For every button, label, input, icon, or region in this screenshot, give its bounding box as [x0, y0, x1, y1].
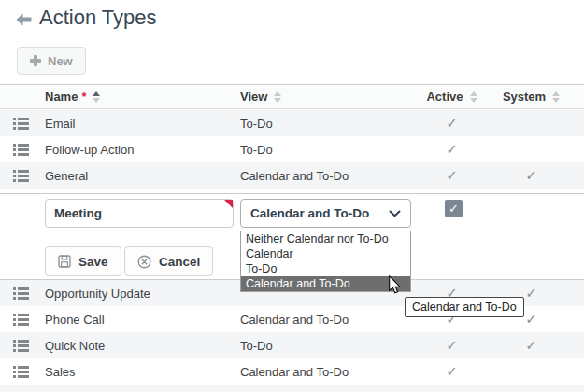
name-input[interactable]: [45, 199, 234, 228]
system-check-icon: ✓: [525, 285, 537, 301]
chevron-down-icon: [389, 210, 401, 217]
save-icon: [58, 255, 71, 268]
row-name: Email: [45, 117, 76, 131]
row-name: Opportunity Update: [45, 287, 150, 301]
dropdown-option[interactable]: Calendar: [241, 246, 410, 261]
required-corner-marker: [224, 200, 233, 208]
save-button-label: Save: [78, 255, 108, 269]
drag-handle-icon[interactable]: [13, 366, 29, 378]
system-check-icon: ✓: [525, 311, 537, 327]
back-arrow-icon[interactable]: [14, 12, 33, 27]
system-check-icon: ✓: [525, 167, 537, 183]
table-row[interactable]: Email To-Do ✓: [0, 110, 584, 136]
option-tooltip: Calendar and To-Do: [405, 297, 524, 317]
drag-handle-icon[interactable]: [13, 340, 29, 352]
active-check-icon: ✓: [446, 141, 458, 157]
view-select-value: Calendar and To-Do: [250, 206, 369, 220]
system-check-icon: ✓: [525, 337, 537, 353]
active-check-icon: ✓: [446, 363, 458, 379]
cancel-button-label: Cancel: [159, 255, 200, 269]
new-button[interactable]: New: [17, 47, 86, 75]
active-check-icon: ✓: [446, 337, 458, 353]
dropdown-option[interactable]: Calendar and To-Do: [241, 276, 410, 291]
view-select[interactable]: Calendar and To-Do: [240, 199, 411, 228]
rows-below-edit: Opportunity Update ✓ ✓ Phone Call Calend…: [0, 280, 584, 385]
drag-handle-icon[interactable]: [13, 314, 29, 326]
cancel-button[interactable]: Cancel: [124, 246, 213, 276]
column-header-system[interactable]: System: [478, 90, 584, 104]
page-title: Action Types: [39, 6, 157, 30]
row-name: Phone Call: [45, 313, 105, 327]
active-column-label: Active: [426, 90, 463, 104]
table-row[interactable]: Sales Calendar and To-Do ✓: [0, 358, 584, 385]
drag-handle-icon[interactable]: [13, 170, 29, 182]
sort-icon-system[interactable]: [552, 91, 560, 103]
row-view: Calendar and To-Do: [240, 169, 349, 183]
row-view: To-Do: [240, 339, 273, 353]
row-name: Quick Note: [45, 339, 105, 353]
row-view: To-Do: [240, 143, 273, 157]
column-header-active[interactable]: Active: [425, 90, 478, 104]
row-view: Calendar and To-Do: [240, 365, 349, 379]
view-dropdown-panel: Neither Calendar nor To-DoCalendarTo-DoC…: [240, 231, 411, 292]
active-check-icon: ✓: [446, 115, 458, 131]
column-header-name[interactable]: Name *: [41, 90, 240, 104]
column-header-view[interactable]: View: [240, 90, 425, 104]
row-view: Calendar and To-Do: [240, 313, 349, 327]
table-row[interactable]: General Calendar and To-Do ✓ ✓: [0, 162, 584, 189]
dropdown-option[interactable]: Neither Calendar nor To-Do: [241, 231, 410, 246]
cancel-icon: [137, 255, 151, 269]
table-row[interactable]: Quick Note To-Do ✓ ✓: [0, 332, 584, 358]
row-name: Follow-up Action: [45, 143, 134, 157]
new-button-label: New: [48, 54, 73, 68]
sort-icon-active[interactable]: [470, 91, 477, 103]
title-bar: Action Types: [0, 0, 584, 42]
dropdown-option[interactable]: To-Do: [241, 261, 410, 276]
next-row-strip: [0, 385, 584, 392]
row-view: To-Do: [240, 117, 273, 131]
required-asterisk: *: [81, 90, 86, 104]
system-column-label: System: [503, 90, 546, 104]
row-name: Sales: [45, 365, 76, 379]
save-button[interactable]: Save: [45, 246, 121, 276]
sort-icon-name[interactable]: [93, 91, 100, 103]
drag-handle-icon[interactable]: [13, 144, 29, 156]
drag-handle-icon[interactable]: [13, 287, 29, 300]
row-name: General: [45, 169, 88, 183]
name-column-label: Name: [45, 90, 78, 104]
rows-above-edit: Email To-Do ✓ Follow-up Action To-Do ✓ G…: [0, 110, 584, 189]
action-types-page: Action Types New Name * View Active: [0, 0, 584, 392]
active-check-icon: ✓: [446, 167, 458, 183]
plus-icon: [30, 55, 41, 66]
sort-icon-view[interactable]: [274, 91, 281, 103]
active-checkbox[interactable]: [445, 200, 463, 217]
drag-handle-icon[interactable]: [13, 118, 29, 130]
view-column-label: View: [240, 90, 267, 104]
table-header: Name * View Active System: [0, 84, 584, 109]
table-row[interactable]: Follow-up Action To-Do ✓: [0, 136, 584, 162]
name-field-wrapper: [45, 199, 234, 228]
